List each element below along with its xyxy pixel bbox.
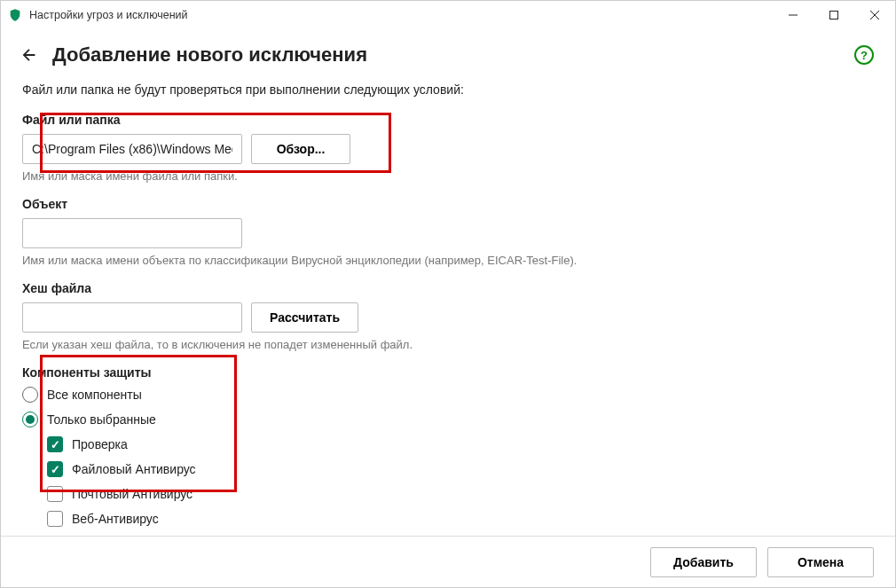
cancel-button[interactable]: Отмена bbox=[767, 547, 874, 577]
checkbox-icon bbox=[47, 511, 63, 527]
file-path-input[interactable] bbox=[22, 134, 242, 164]
footer: Добавить Отмена bbox=[1, 536, 895, 587]
hash-input[interactable] bbox=[22, 302, 242, 333]
check-item-web-av[interactable]: Веб-Антивирус bbox=[47, 511, 874, 527]
browse-button[interactable]: Обзор... bbox=[251, 134, 350, 164]
close-button[interactable] bbox=[854, 1, 895, 29]
hash-hint: Если указан хеш файла, то в исключения н… bbox=[22, 338, 874, 351]
object-input[interactable] bbox=[22, 218, 242, 248]
radio-icon bbox=[22, 387, 38, 403]
checkbox-icon bbox=[47, 436, 63, 452]
app-shield-icon bbox=[8, 8, 22, 22]
back-arrow-icon[interactable] bbox=[19, 44, 40, 66]
check-item-scan[interactable]: Проверка bbox=[47, 436, 874, 452]
components-label: Компоненты защиты bbox=[22, 365, 874, 380]
checkbox-icon bbox=[47, 486, 63, 502]
file-hint: Имя или маска имени файла или папки. bbox=[22, 169, 874, 183]
check-label: Почтовый Антивирус bbox=[72, 487, 193, 501]
window-title: Настройки угроз и исключений bbox=[29, 9, 188, 21]
maximize-button[interactable] bbox=[813, 1, 854, 29]
file-or-folder-label: Файл или папка bbox=[22, 113, 874, 127]
titlebar: Настройки угроз и исключений bbox=[1, 1, 895, 29]
radio-icon bbox=[22, 412, 38, 427]
component-checklist: Проверка Файловый Антивирус Почтовый Ант… bbox=[22, 436, 874, 527]
content-area: Файл или папка не будут проверяться при … bbox=[1, 82, 895, 536]
check-label: Проверка bbox=[72, 437, 128, 451]
page-header: Добавление нового исключения ? bbox=[1, 29, 895, 82]
svg-rect-1 bbox=[830, 12, 838, 20]
intro-text: Файл или папка не будут проверяться при … bbox=[22, 82, 874, 97]
check-label: Веб-Антивирус bbox=[72, 512, 159, 526]
radio-all-label: Все компоненты bbox=[47, 388, 142, 402]
hash-label: Хеш файла bbox=[22, 281, 874, 295]
object-hint: Имя или маска имени объекта по классифик… bbox=[22, 254, 874, 267]
minimize-button[interactable] bbox=[773, 1, 813, 29]
check-label: Файловый Антивирус bbox=[72, 462, 196, 476]
radio-selected-label: Только выбранные bbox=[47, 412, 156, 427]
checkbox-icon bbox=[47, 461, 63, 477]
radio-selected-components[interactable]: Только выбранные bbox=[22, 412, 874, 427]
add-button[interactable]: Добавить bbox=[650, 547, 757, 577]
check-item-file-av[interactable]: Файловый Антивирус bbox=[47, 461, 874, 477]
compute-hash-button[interactable]: Рассчитать bbox=[251, 302, 358, 333]
radio-all-components[interactable]: Все компоненты bbox=[22, 387, 874, 403]
page-title: Добавление нового исключения bbox=[52, 43, 367, 67]
object-label: Объект bbox=[22, 197, 874, 211]
check-item-mail-av[interactable]: Почтовый Антивирус bbox=[47, 486, 874, 502]
help-icon[interactable]: ? bbox=[854, 45, 874, 65]
